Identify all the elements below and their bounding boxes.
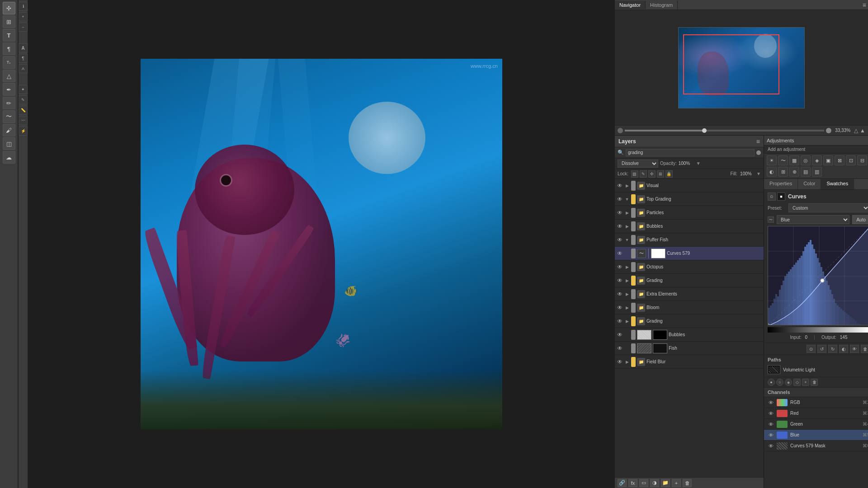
adj-curves-icon[interactable]: 〜 [778,155,788,165]
new-adjustment-btn[interactable]: ◑ [650,479,659,487]
tab-color[interactable]: Color [798,179,821,189]
zoom-in-icon[interactable]: + [19,12,28,21]
lock-pixels-btn[interactable]: ✎ [640,170,647,178]
artboard-tool[interactable]: ⊞ [3,15,15,28]
pencil-tool[interactable]: ✏ [3,97,15,109]
tab-properties[interactable]: Properties [764,179,798,189]
curves-action-delete[interactable]: 🗑 [861,345,868,353]
layer-item-bubbles-layer[interactable]: 👁 Bubbles [615,328,764,342]
curves-action-icon4[interactable]: ◐ [839,345,848,353]
tab-swatches[interactable]: Swatches [821,179,854,189]
channel-item-red[interactable]: 👁 Red ⌘3 [764,408,868,419]
add-mask-btn[interactable]: ▭ [639,479,648,487]
adj-poster-icon[interactable]: ⊞ [778,167,788,177]
layers-menu-btn[interactable]: ≡ [756,138,760,145]
adj-selective-icon[interactable]: ▥ [812,167,822,177]
layer-item-grading1[interactable]: 👁 ▶ 📁 Grading [615,274,764,287]
blend-mode-select[interactable]: Dissolve Normal Multiply Screen [618,160,658,168]
layer-vis-octopus[interactable]: 👁 [617,264,623,270]
type-path-tool[interactable]: Tᵥ [3,56,15,69]
lock-artboard-btn[interactable]: ⊞ [657,170,664,178]
tool-b[interactable]: ¶ [19,54,28,63]
path-delete-btn[interactable]: 🗑 [811,379,818,386]
shape-tool[interactable]: △ [3,70,15,82]
layer-item-puffer-fish[interactable]: 👁 ▼ 📁 Puffer Fish [615,233,764,247]
lock-all-btn[interactable]: 🔒 [665,170,673,178]
layer-expand-particles[interactable]: ▶ [624,210,630,216]
channel-vis-rgb[interactable]: 👁 [768,399,774,406]
layer-vis-particles[interactable]: 👁 [617,210,623,216]
lock-transparent-btn[interactable]: ▨ [631,170,638,178]
layer-item-field-blur[interactable]: 👁 ▶ 📁 Field Blur [615,355,764,369]
layer-vis-top-grading[interactable]: 👁 [617,196,623,202]
layer-vis-bubbles-layer[interactable]: 👁 [617,332,623,338]
layer-item-top-grading[interactable]: 👁 ▼ 📁 Top Grading [615,192,764,206]
path-square-btn[interactable]: ◇ [793,379,801,386]
curves-black-icon[interactable]: ■ [777,192,785,201]
add-style-btn[interactable]: fx [628,479,637,487]
curves-action-icon5[interactable]: 👁 [850,345,859,353]
opacity-dropdown-icon[interactable]: ▼ [696,161,701,166]
layer-vis-extra[interactable]: 👁 [617,291,623,297]
curves-mode-icon[interactable]: ⊙ [768,192,776,201]
tool-c[interactable]: A [19,64,28,73]
layer-vis-fish[interactable]: 👁 [617,345,623,352]
channel-item-rgb[interactable]: 👁 RGB ⌘2 [764,397,868,408]
layer-vis-visual[interactable]: 👁 [617,183,623,189]
cloud-tool[interactable]: ☁ [3,151,15,164]
layer-expand-field-blur[interactable]: ▶ [624,359,630,365]
tab-navigator[interactable]: Navigator [615,1,646,9]
layer-expand-grading1[interactable]: ▶ [624,278,630,283]
delete-layer-btn[interactable]: 🗑 [683,479,692,487]
info-icon[interactable]: ℹ [19,2,28,11]
brush-tool[interactable]: 🖌 [3,124,15,136]
layer-expand-puffer[interactable]: ▼ [624,237,630,243]
curves-tool-icon[interactable]: 〜 [768,216,774,223]
zoom-max-icon[interactable] [826,128,831,133]
layer-expand-bubbles[interactable]: ▶ [624,224,630,229]
adj-colorbalance-icon[interactable]: ⊠ [835,155,844,165]
ruler-icon[interactable]: 📏 [19,106,28,115]
channel-vis-red[interactable]: 👁 [768,410,774,417]
zoom-expand-icon[interactable]: △ [854,127,858,134]
zoom-slider[interactable] [625,130,824,131]
eyedropper-icon[interactable]: ✦ [19,85,28,94]
layer-vis-grading2[interactable]: 👁 [617,318,623,324]
curves-action-icon2[interactable]: ↺ [817,345,826,353]
path-mask-btn[interactable]: ◈ [785,379,792,386]
adj-brightness-icon[interactable]: ☀ [767,155,777,165]
auto-button[interactable]: Auto [852,215,868,224]
channel-vis-green[interactable]: 👁 [768,421,774,427]
text-tool[interactable]: T [3,29,15,42]
layer-item-extra-elements[interactable]: 👁 ▶ 📁 Extra Elements [615,287,764,301]
layer-expand-octopus[interactable]: ▶ [624,264,630,270]
layer-expand-top-grading[interactable]: ▼ [624,197,630,202]
curves-action-icon3[interactable]: ↻ [828,345,837,353]
layer-item-curves579[interactable]: 👁 〜 Curves 579 [615,247,764,260]
tool-a[interactable]: A [19,43,28,52]
layer-item-bubbles[interactable]: 👁 ▶ 📁 Bubbles [615,220,764,233]
fill-dropdown-icon[interactable]: ▼ [756,171,761,176]
link-layers-btn[interactable]: 🔗 [618,479,627,487]
filter-dot[interactable] [756,150,761,155]
layer-vis-field-blur[interactable]: 👁 [617,359,623,365]
adj-levels-icon[interactable]: ▦ [789,155,799,165]
paragraph-tool[interactable]: ¶ [3,42,15,55]
adj-invert-icon[interactable]: ◐ [767,167,777,177]
layer-expand-visual[interactable]: ▶ [624,183,630,188]
grid-icon[interactable]: ⚡ [19,127,28,136]
eraser-tool[interactable]: ◫ [3,137,15,150]
preset-select[interactable]: Custom Default Strong Contrast [788,203,868,212]
layer-vis-grading1[interactable]: 👁 [617,277,623,284]
channel-vis-curves-mask[interactable]: 👁 [768,443,774,449]
layer-item-grading2[interactable]: 👁 ▶ 📁 Grading [615,314,764,328]
layer-vis-curves579[interactable]: 👁 [617,250,623,257]
path-stroke-btn[interactable]: ○ [776,379,783,386]
curves-graph[interactable] [768,226,868,325]
zoom-thumb[interactable] [702,128,707,133]
adj-vibrance-icon[interactable]: ◈ [812,155,822,165]
layer-vis-bloom[interactable]: 👁 [617,305,623,311]
lock-position-btn[interactable]: ✣ [648,170,656,178]
adj-channel-mix-icon[interactable]: ⊟ [857,155,867,165]
layer-vis-puffer[interactable]: 👁 [617,237,623,243]
